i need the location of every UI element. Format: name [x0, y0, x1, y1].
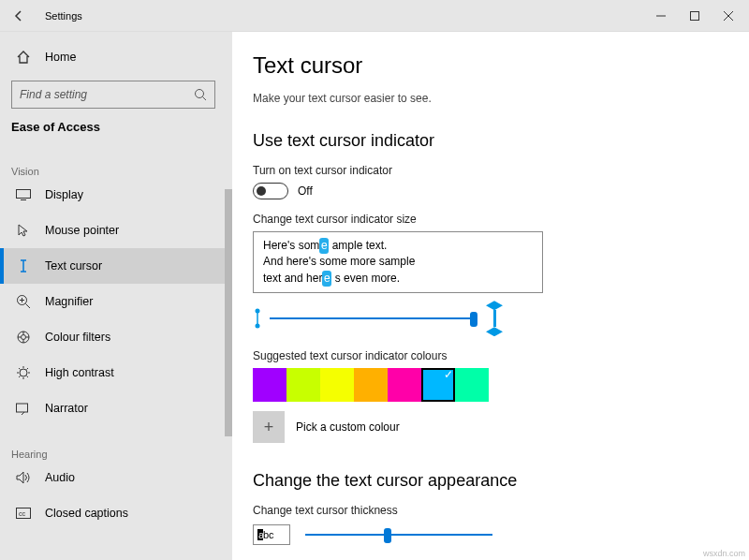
swatch-teal[interactable] — [455, 368, 489, 402]
svg-line-3 — [203, 97, 207, 101]
sidebar-item-label: Colour filters — [45, 331, 110, 344]
svg-rect-14 — [17, 404, 28, 412]
nav-home-label: Home — [45, 51, 76, 64]
thickness-preview: abc — [253, 524, 290, 545]
svg-point-19 — [256, 324, 260, 329]
sidebar-item-magnifier[interactable]: Magnifier — [0, 284, 232, 319]
sidebar-item-label: Display — [45, 188, 83, 201]
narrator-icon — [15, 400, 32, 417]
search-input[interactable]: Find a setting — [11, 81, 215, 109]
sample-text-box: Here's some ample text. And here's some … — [253, 231, 543, 293]
sidebar-scrollbar[interactable] — [225, 189, 232, 436]
audio-icon — [15, 469, 32, 486]
page-subtitle: Make your text cursor easier to see. — [253, 92, 728, 105]
sidebar-item-label: Audio — [45, 471, 75, 484]
sidebar-item-label: High contrast — [45, 366, 114, 379]
indicator-toggle[interactable] — [253, 183, 288, 199]
sidebar-item-label: Text cursor — [45, 259, 102, 273]
svg-point-12 — [22, 335, 26, 340]
colour-filters-icon — [15, 329, 32, 346]
appearance-heading: Change the text cursor appearance — [253, 471, 728, 491]
sidebar-item-label: Magnifier — [45, 295, 93, 308]
sidebar-item-mouse-pointer[interactable]: Mouse pointer — [0, 213, 232, 248]
page-title: Text cursor — [253, 52, 728, 79]
sidebar-group-hearing: Hearing — [11, 449, 221, 460]
thickness-label: Change text cursor thickness — [253, 504, 728, 517]
toggle-state: Off — [298, 184, 313, 198]
svg-point-2 — [196, 90, 204, 98]
sidebar-item-colour-filters[interactable]: Colour filters — [0, 319, 232, 355]
sidebar-item-closed-captions[interactable]: cc Closed captions — [0, 495, 232, 531]
minimize-button[interactable] — [644, 3, 678, 29]
cursor-highlight: e — [322, 271, 331, 287]
sidebar-item-display[interactable]: Display — [0, 177, 232, 213]
sidebar-item-label: Mouse pointer — [45, 224, 119, 237]
svg-point-17 — [256, 309, 260, 314]
swatch-orange[interactable] — [354, 368, 388, 402]
toggle-label: Turn on text cursor indicator — [253, 164, 728, 177]
sidebar: Home Find a setting Ease of Access Visio… — [0, 32, 232, 560]
magnifier-icon — [15, 293, 32, 310]
window-title: Settings — [45, 10, 82, 22]
indicator-size-slider[interactable] — [270, 309, 477, 328]
svg-rect-4 — [17, 190, 31, 199]
close-button[interactable] — [712, 3, 745, 29]
sidebar-item-audio[interactable]: Audio — [0, 460, 232, 495]
svg-text:cc: cc — [19, 510, 26, 517]
swatch-blue[interactable] — [421, 368, 455, 402]
thickness-slider[interactable] — [305, 525, 492, 544]
search-icon — [194, 88, 207, 101]
titlebar: Settings — [0, 0, 749, 32]
closed-captions-icon: cc — [15, 505, 32, 522]
nav-home[interactable]: Home — [11, 41, 221, 73]
indicator-heading: Use text cursor indicator — [253, 131, 728, 151]
small-cursor-icon — [253, 308, 262, 329]
large-cursor-icon — [485, 301, 504, 336]
high-contrast-icon — [15, 364, 32, 381]
cursor-highlight: e — [319, 238, 329, 254]
maximize-button[interactable] — [678, 3, 712, 29]
mouse-pointer-icon — [15, 222, 32, 239]
display-icon — [15, 186, 32, 203]
plus-icon: + — [264, 418, 274, 437]
sidebar-group-vision: Vision — [11, 166, 221, 177]
content-area: Text cursor Make your text cursor easier… — [232, 32, 749, 560]
size-label: Change text cursor indicator size — [253, 213, 728, 226]
swatch-purple[interactable] — [253, 368, 286, 402]
swatch-yellow[interactable] — [320, 368, 354, 402]
colours-label: Suggested text cursor indicator colours — [253, 349, 728, 362]
sidebar-item-text-cursor[interactable]: Text cursor — [0, 248, 232, 284]
svg-rect-1 — [691, 11, 699, 20]
colour-swatches — [253, 368, 728, 402]
home-icon — [15, 49, 32, 66]
sidebar-item-label: Narrator — [45, 402, 88, 415]
watermark: wsxdn.com — [703, 549, 745, 558]
sidebar-item-label: Closed captions — [45, 507, 128, 520]
back-button[interactable] — [9, 7, 28, 25]
svg-line-8 — [26, 304, 31, 309]
pick-custom-colour-button[interactable]: + — [253, 411, 285, 443]
search-placeholder: Find a setting — [20, 88, 87, 101]
swatch-lime[interactable] — [286, 368, 320, 402]
sidebar-item-narrator[interactable]: Narrator — [0, 391, 232, 426]
svg-point-13 — [20, 369, 27, 376]
sidebar-group-main: Ease of Access — [11, 120, 221, 134]
text-cursor-icon — [15, 258, 32, 274]
swatch-pink[interactable] — [388, 368, 421, 402]
sidebar-item-high-contrast[interactable]: High contrast — [0, 355, 232, 391]
custom-colour-label: Pick a custom colour — [296, 420, 400, 434]
